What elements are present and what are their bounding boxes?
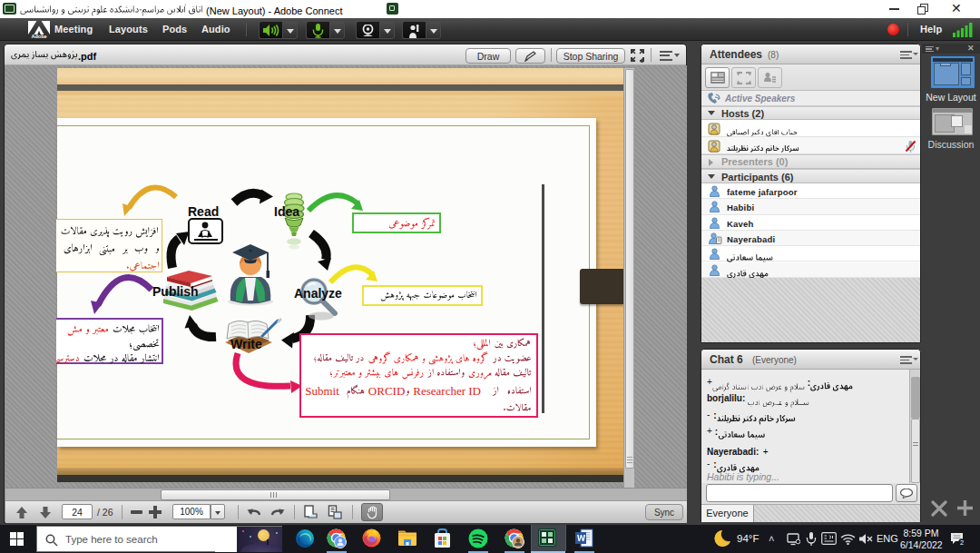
svg-text:2: 2 <box>960 538 964 546</box>
